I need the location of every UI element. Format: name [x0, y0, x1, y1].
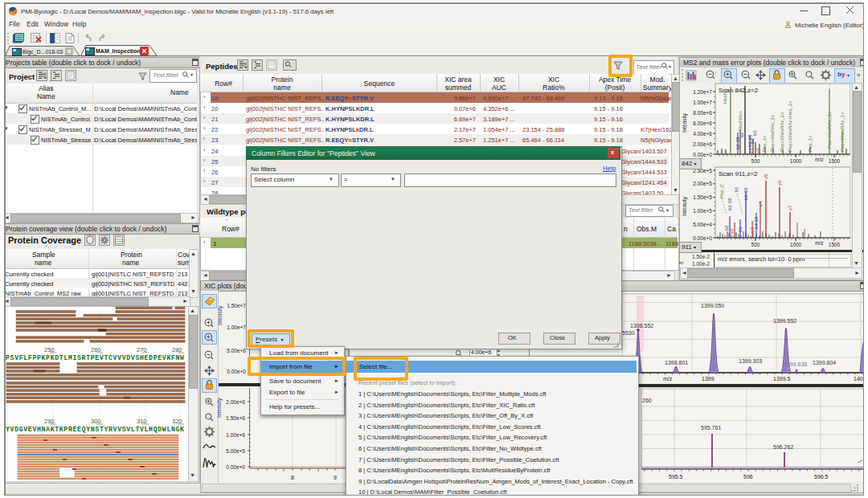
svg-text:1399.5: 1399.5	[773, 376, 791, 382]
svg-text:2.00e+6: 2.00e+6	[693, 141, 712, 147]
svg-text:1.20e+7: 1.20e+7	[693, 89, 712, 95]
svg-text:1500: 1500	[829, 158, 841, 164]
svg-text:1.00e+5: 1.00e+5	[693, 208, 712, 214]
svg-text:b1: b1	[734, 186, 739, 192]
svg-text:1398.801: 1398.801	[665, 360, 688, 365]
svg-text:1000: 1000	[790, 242, 802, 247]
svg-text:b3-18: b3-18	[743, 187, 748, 200]
svg-text:b3: b3	[752, 130, 757, 136]
svg-text:b2: b2	[739, 132, 744, 137]
svg-text:260: 260	[642, 398, 652, 403]
svg-text:y2: y2	[729, 228, 734, 234]
svg-text:b2-18: b2-18	[735, 137, 740, 149]
svg-text:Pep+2HexNAc+Hex_2+: Pep+2HexNAc+Hex_2+	[788, 100, 792, 152]
svg-text:500: 500	[751, 158, 760, 164]
svg-text:m/z: m/z	[815, 240, 823, 246]
svg-text:596.5: 596.5	[814, 474, 829, 480]
svg-text:595.5: 595.5	[669, 474, 683, 480]
svg-text:0.00e+0: 0.00e+0	[693, 152, 712, 157]
svg-text:6.00e+6: 6.00e+6	[693, 120, 712, 126]
svg-text:Pep+HexNAc_2+: Pep+HexNAc_2+	[770, 114, 775, 152]
svg-text:500: 500	[751, 242, 760, 247]
svg-text:b4-18: b4-18	[754, 216, 759, 229]
svg-text:y7: y7	[788, 205, 792, 210]
svg-text:Pep_C: Pep_C	[719, 183, 724, 198]
svg-text:y5: y5	[764, 173, 768, 179]
svg-text:y3: y3	[748, 148, 753, 153]
svg-text:1000: 1000	[790, 158, 802, 164]
svg-text:1398.552: 1398.552	[630, 323, 653, 329]
svg-text:1399.804: 1399.804	[813, 360, 836, 365]
svg-text:1399.638: 1399.638	[784, 361, 807, 367]
svg-text:1399.552: 1399.552	[773, 318, 796, 324]
svg-text:m/z: m/z	[815, 157, 823, 162]
svg-text:HexNAc+: HexNAc+	[738, 110, 743, 131]
svg-text:b3: b3	[738, 227, 743, 232]
svg-text:y4: y4	[755, 148, 760, 153]
svg-text:HexN+: HexN+	[723, 88, 727, 104]
svg-text:b2-18: b2-18	[727, 198, 732, 210]
svg-text:595.761: 595.761	[701, 425, 721, 431]
svg-text:0.00e+0: 0.00e+0	[693, 235, 712, 241]
svg-text:Pep+2HexNAc_1+: Pep+2HexNAc_1+	[840, 112, 845, 152]
svg-text:PSVFLFPPKPKDTLMISRTPEVTCVVVDVS: PSVFLFPPKPKDTLMISRTPEVTCVVVDVSHEDPEVKFNW	[6, 354, 184, 361]
svg-text:YVDGVEVHNAKTKPREEQYNSTYRVVSVLT: YVDGVEVHNAKTKPREEQYNSTYRVVSVLTVLHQDWLNGK	[6, 426, 184, 433]
svg-text:2.00e+5: 2.00e+5	[693, 181, 712, 186]
svg-text:1.50e+5: 1.50e+5	[693, 194, 712, 200]
svg-text:Scan 911,z=2: Scan 911,z=2	[719, 170, 758, 178]
svg-text:9: 9	[334, 475, 337, 480]
svg-text:Pep+HexNAc_1+: Pep+HexNAc_1+	[827, 111, 832, 149]
svg-text:Pep_1+: Pep_1+	[808, 135, 813, 152]
svg-text:596: 596	[743, 474, 753, 480]
svg-text:Intensity: Intensity	[682, 112, 688, 133]
svg-text:8: 8	[291, 475, 294, 480]
svg-text:m/z: m/z	[663, 376, 673, 382]
svg-text:y4: y4	[758, 201, 763, 206]
svg-text:1399.050: 1399.050	[701, 303, 724, 308]
svg-text:1399.303: 1399.303	[739, 358, 762, 364]
svg-text:1500: 1500	[829, 242, 841, 247]
svg-text:1399: 1399	[702, 376, 714, 382]
svg-text:Pep_2+: Pep_2+	[762, 135, 767, 152]
svg-text:5.00e+4: 5.00e+4	[693, 222, 712, 227]
svg-text:1.00e+7: 1.00e+7	[693, 100, 712, 105]
svg-text:b4: b4	[750, 138, 755, 144]
svg-text:y6: y6	[777, 180, 782, 186]
svg-text:596.262: 596.262	[773, 444, 793, 450]
svg-text:5530: 5530	[622, 330, 635, 336]
svg-text:Pep+2HexNAc_2+: Pep+2HexNAc_2+	[780, 112, 784, 152]
svg-text:Intensity: Intensity	[682, 196, 688, 216]
svg-text:8.00e+6: 8.00e+6	[693, 110, 712, 116]
svg-text:4.00e+6: 4.00e+6	[693, 131, 712, 137]
